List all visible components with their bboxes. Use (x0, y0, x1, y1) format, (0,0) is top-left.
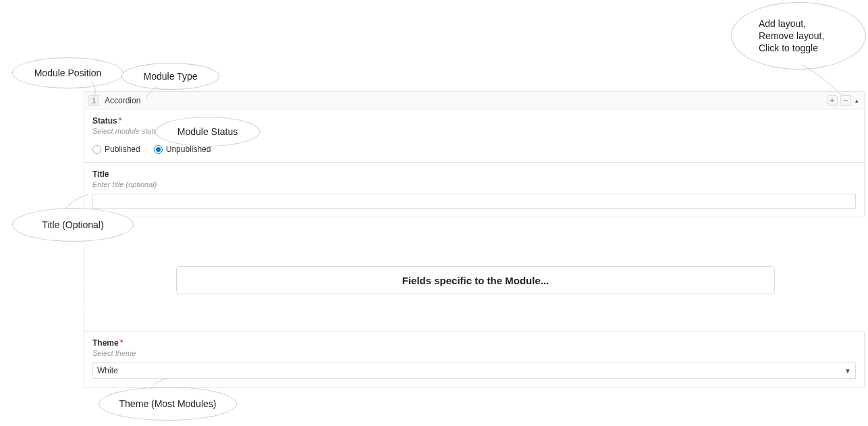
module-frame: 1 Accordion + − ▴ Status* Select module … (84, 91, 865, 217)
chevron-down-icon: ▼ (844, 367, 851, 375)
callout-tail (145, 84, 172, 101)
callout-theme-note: Theme (Most Modules) (99, 387, 237, 421)
callout-title-optional: Title (Optional) (12, 208, 134, 242)
title-input[interactable] (92, 194, 856, 209)
status-label: Status (92, 116, 117, 126)
module-fields-placeholder: Fields specific to the Module... (176, 266, 775, 294)
callout-tail (148, 377, 175, 392)
callout-text-line: Click to toggle (759, 42, 818, 54)
callout-module-status: Module Status (155, 117, 260, 147)
callout-tail (61, 193, 94, 212)
radio-published[interactable]: Published (92, 144, 140, 154)
callout-tail (84, 81, 111, 101)
radio-circle-icon (154, 145, 163, 154)
placeholder-text: Fields specific to the Module... (402, 275, 549, 286)
title-section: Title Enter title (optional) (84, 163, 864, 217)
callout-text: Module Position (34, 67, 102, 79)
callout-text-line: Add layout, (759, 18, 806, 30)
theme-select[interactable]: White ▼ (92, 363, 856, 379)
theme-label: Theme (92, 338, 119, 348)
callout-text-line: Remove layout, (759, 30, 824, 42)
callout-toggle-note: Add layout, Remove layout, Click to togg… (731, 2, 866, 70)
status-required-mark: * (119, 116, 122, 126)
module-header[interactable]: 1 Accordion + − ▴ (84, 92, 864, 109)
callout-tail (795, 62, 849, 99)
radio-dot-icon (156, 147, 161, 152)
theme-help-text: Select theme (92, 349, 856, 357)
radio-label: Published (105, 144, 140, 154)
theme-section: Theme* Select theme White ▼ (84, 331, 865, 388)
callout-text: Module Type (144, 70, 198, 82)
theme-select-value: White (97, 366, 118, 375)
triangle-up-icon: ▴ (855, 97, 859, 104)
radio-circle-icon (92, 145, 101, 154)
callout-text: Module Status (178, 126, 238, 138)
theme-required-mark: * (120, 338, 124, 348)
title-help-text: Enter title (optional) (92, 180, 856, 188)
callout-text: Theme (Most Modules) (119, 398, 217, 410)
callout-text: Title (Optional) (42, 219, 103, 231)
toggle-collapse-button[interactable]: ▴ (854, 97, 860, 104)
title-label: Title (92, 169, 856, 179)
